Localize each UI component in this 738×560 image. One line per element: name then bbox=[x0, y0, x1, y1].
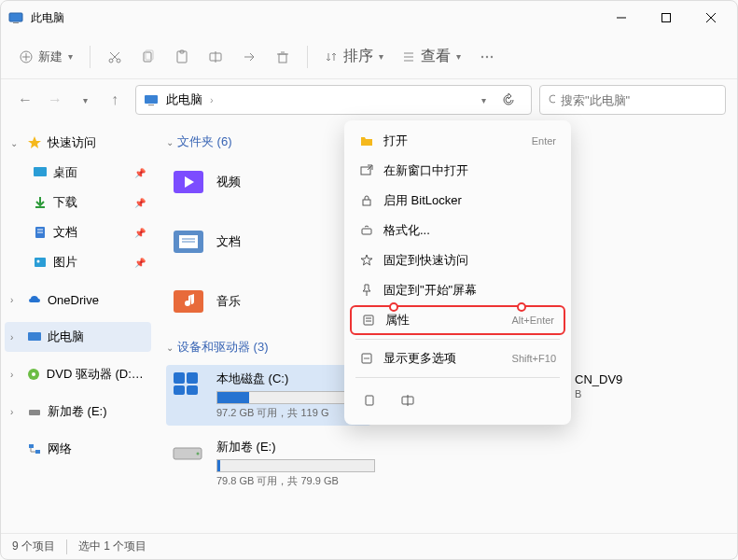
sidebar-item-network[interactable]: 网络 bbox=[5, 434, 151, 464]
trash-icon bbox=[275, 49, 290, 64]
pc-icon bbox=[144, 92, 159, 107]
menu-properties[interactable]: 属性 Alt+Enter bbox=[350, 305, 565, 335]
menu-divider bbox=[355, 377, 560, 378]
maximize-button[interactable] bbox=[647, 5, 685, 31]
sidebar-label: 桌面 bbox=[53, 164, 77, 181]
view-button[interactable]: 查看 ▾ bbox=[395, 42, 468, 72]
chevron-down-icon: ▾ bbox=[379, 51, 383, 62]
action-rename[interactable] bbox=[393, 385, 423, 415]
recent-button[interactable]: ▾ bbox=[72, 87, 98, 113]
copy-icon bbox=[363, 393, 378, 408]
drive-icon bbox=[172, 439, 205, 465]
sidebar-item-new-volume[interactable]: › 新加卷 (E:) bbox=[5, 397, 151, 427]
chevron-down-icon[interactable]: ▾ bbox=[481, 95, 486, 105]
status-separator bbox=[66, 539, 67, 554]
menu-bitlocker[interactable]: 启用 BitLocker bbox=[350, 186, 565, 216]
rename-button[interactable] bbox=[201, 42, 230, 72]
sidebar-item-documents[interactable]: 文档 📌 bbox=[5, 217, 151, 247]
window-title: 此电脑 bbox=[31, 10, 603, 26]
svg-rect-59 bbox=[363, 200, 370, 205]
menu-open-new-window[interactable]: 在新窗口中打开 bbox=[350, 156, 565, 186]
menu-show-more[interactable]: 显示更多选项 Shift+F10 bbox=[350, 343, 565, 373]
menu-format[interactable]: 格式化... bbox=[350, 216, 565, 245]
sidebar-item-quick-access[interactable]: ⌄ 快速访问 bbox=[5, 128, 151, 158]
drive-name: 新加卷 (E:) bbox=[216, 439, 375, 455]
menu-divider bbox=[355, 339, 560, 340]
close-button[interactable] bbox=[692, 5, 730, 31]
paste-button[interactable] bbox=[167, 42, 197, 72]
download-icon bbox=[33, 195, 48, 210]
forward-button[interactable]: → bbox=[42, 87, 68, 113]
menu-pin-quick-access[interactable]: 固定到快速访问 bbox=[350, 245, 565, 275]
sidebar-item-downloads[interactable]: 下载 📌 bbox=[5, 188, 151, 217]
documents-icon bbox=[170, 223, 207, 260]
breadcrumb[interactable]: 此电脑 bbox=[166, 91, 202, 108]
folder-videos[interactable]: 视频 bbox=[166, 160, 334, 204]
sidebar-item-this-pc[interactable]: › 此电脑 bbox=[5, 322, 151, 352]
share-button[interactable] bbox=[234, 42, 264, 72]
sidebar-item-dvd[interactable]: › DVD 驱动器 (D:) CC bbox=[5, 359, 151, 389]
picture-icon bbox=[33, 255, 48, 270]
refresh-button[interactable] bbox=[494, 85, 523, 115]
sidebar-label: 此电脑 bbox=[48, 329, 84, 345]
chevron-right-icon: › bbox=[210, 94, 214, 105]
cut-button[interactable] bbox=[100, 42, 130, 72]
menu-pin-start[interactable]: 固定到"开始"屏幕 bbox=[350, 275, 565, 305]
svg-point-30 bbox=[550, 95, 555, 103]
svg-rect-28 bbox=[145, 95, 158, 104]
sidebar-label: OneDrive bbox=[48, 293, 99, 307]
folder-music[interactable]: 音乐 bbox=[166, 279, 334, 324]
sort-button[interactable]: 排序 ▾ bbox=[317, 42, 391, 72]
rename-icon bbox=[208, 49, 223, 64]
up-button[interactable]: ↑ bbox=[102, 87, 128, 113]
menu-open[interactable]: 打开 Enter bbox=[350, 126, 565, 156]
paste-icon bbox=[174, 49, 189, 64]
sidebar-item-onedrive[interactable]: › OneDrive bbox=[5, 285, 151, 315]
sidebar-item-pictures[interactable]: 图片 📌 bbox=[5, 247, 151, 277]
minimize-button[interactable] bbox=[603, 5, 640, 31]
chevron-down-icon: ⌄ bbox=[10, 138, 21, 148]
address-bar[interactable]: 此电脑 › ▾ bbox=[135, 85, 532, 115]
svg-point-66 bbox=[366, 357, 368, 359]
view-label: 查看 bbox=[421, 47, 451, 66]
svg-rect-53 bbox=[187, 372, 198, 384]
back-button[interactable]: ← bbox=[12, 87, 38, 113]
sidebar-label: DVD 驱动器 (D:) CC bbox=[47, 366, 146, 383]
pin-icon: 📌 bbox=[134, 198, 146, 208]
drive-peek-name: CN_DV9 bbox=[575, 372, 622, 386]
action-copy[interactable] bbox=[355, 385, 385, 415]
pin-icon: 📌 bbox=[134, 228, 146, 238]
drive-icon bbox=[27, 404, 42, 419]
delete-button[interactable] bbox=[268, 42, 298, 72]
search-box[interactable] bbox=[539, 85, 726, 115]
new-label: 新建 bbox=[38, 49, 63, 65]
menu-label: 启用 BitLocker bbox=[383, 192, 556, 209]
navigation-row: ← → ▾ ↑ 此电脑 › ▾ bbox=[1, 79, 737, 120]
svg-point-40 bbox=[32, 372, 35, 376]
share-icon bbox=[242, 49, 257, 64]
more-button[interactable] bbox=[472, 42, 502, 72]
disc-icon bbox=[26, 367, 41, 382]
drive-e[interactable]: 新加卷 (E:) 79.8 GB 可用，共 79.9 GB bbox=[166, 433, 371, 494]
svg-rect-0 bbox=[9, 13, 22, 21]
new-button[interactable]: 新建 ▾ bbox=[12, 42, 80, 72]
chevron-right-icon: › bbox=[10, 295, 21, 305]
chevron-down-icon: ⌄ bbox=[166, 137, 174, 147]
folder-label: 文档 bbox=[216, 233, 241, 250]
status-bar: 9 个项目 选中 1 个项目 bbox=[1, 533, 737, 559]
svg-rect-1 bbox=[13, 22, 19, 23]
copy-icon bbox=[141, 49, 156, 64]
copy-button[interactable] bbox=[133, 42, 163, 72]
search-input[interactable] bbox=[561, 93, 717, 107]
sidebar-item-desktop[interactable]: 桌面 📌 bbox=[5, 158, 151, 188]
svg-point-67 bbox=[368, 357, 369, 359]
cloud-icon bbox=[27, 292, 42, 307]
folder-documents[interactable]: 文档 bbox=[166, 219, 334, 264]
svg-point-37 bbox=[37, 260, 40, 263]
sidebar-label: 文档 bbox=[53, 224, 77, 241]
menu-shortcut: Enter bbox=[532, 135, 556, 147]
pc-icon bbox=[8, 10, 23, 25]
drive-c[interactable]: 本地磁盘 (C:) 97.2 GB 可用，共 119 G bbox=[166, 365, 371, 426]
svg-rect-38 bbox=[28, 332, 41, 341]
menu-label: 固定到"开始"屏幕 bbox=[383, 282, 556, 299]
